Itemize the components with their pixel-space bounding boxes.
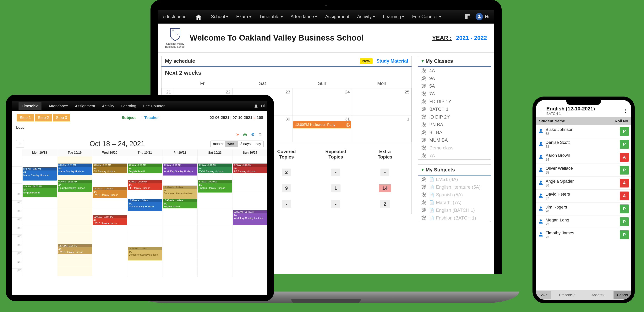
class-list-item[interactable]: 🕸7A <box>418 152 490 159</box>
class-list-item[interactable]: 🕸BL BA <box>418 129 490 136</box>
class-list-item[interactable]: 🕸MUM BA <box>418 136 490 144</box>
student-row[interactable]: Megan Long72 P <box>536 215 631 228</box>
apps-grid-icon[interactable] <box>465 14 470 19</box>
collapse-icon[interactable]: ▾ <box>422 167 424 172</box>
nav-learning[interactable]: Learning <box>383 14 404 19</box>
attendance-badge[interactable]: P <box>620 217 629 226</box>
class-list-item[interactable]: 🕸9A <box>418 75 490 82</box>
student-row[interactable]: Oliver Wallace55 P <box>536 164 631 177</box>
home-icon[interactable] <box>195 14 202 20</box>
attendance-badge[interactable]: P <box>620 127 629 136</box>
view-btn-month[interactable]: month <box>211 141 225 147</box>
year-selector[interactable]: YEAR : 2021 - 2022 <box>432 35 487 41</box>
attendance-badge[interactable]: P <box>620 204 629 213</box>
calendar-event[interactable]: 12:00PM Halloween Party ⓘ › <box>293 121 351 128</box>
attendance-badge[interactable]: A <box>620 179 629 187</box>
timetable-day-grid[interactable]: 8:25 AM - 9:25 AM4AWork Exp Stanley Huds… <box>162 156 197 276</box>
send-icon[interactable]: ➤ <box>236 132 240 137</box>
nav-activity[interactable]: Activity <box>102 104 114 108</box>
nav-attendance[interactable]: Attendance <box>290 14 317 19</box>
class-list-item[interactable]: 🕸ID DIP 2Y <box>418 113 490 121</box>
nav-assignment[interactable]: Assignment <box>325 14 349 19</box>
timetable-event[interactable]: 8:25 AM - 9:25 AM4AMaths Stanley Hudson <box>58 164 92 175</box>
timetable-day-grid[interactable]: 8:45 AM - 9:45 AM4AMaths Stanley Hudson9… <box>22 156 57 276</box>
class-list-item[interactable]: 🕸4A <box>418 67 490 75</box>
attendance-badge[interactable]: P <box>620 230 629 239</box>
subject-link[interactable]: Subject <box>122 115 136 120</box>
study-material-link[interactable]: Study Material <box>376 58 408 64</box>
step-3[interactable]: Step 3 <box>53 114 70 121</box>
step-2[interactable]: Step 2 <box>35 114 52 121</box>
settings-icon[interactable]: ⚙ <box>251 132 255 137</box>
timetable-event[interactable]: 10:40 AM - 10:40 AM4AComputer Stanley Hu… <box>163 186 197 199</box>
user-avatar-icon[interactable] <box>476 13 483 20</box>
timetable-day-grid[interactable]: 8:25 AM - 9:25 AM4AGK Stanley Hudson10:4… <box>92 156 127 276</box>
timetable-event[interactable]: 12:35 PM - 1:35 PM4AComputer Stanley Hud… <box>128 247 162 260</box>
subject-list-item[interactable]: 🕸📄English literature (5A) <box>418 183 490 191</box>
student-row[interactable]: Blake Johnson52 P <box>536 125 631 138</box>
timetable-day-grid[interactable]: 8:25 AM - 9:25 AM4AEnglish Pam B9:30 AM … <box>127 156 162 276</box>
view-btn-day[interactable]: day <box>253 141 263 147</box>
timetable-event[interactable]: 12:35 PM - 1:35 PM4AEVS1 Stanley Hudson <box>58 244 92 254</box>
student-row[interactable]: Denise Scott53 P <box>536 138 631 151</box>
student-row[interactable]: David Peters57 A <box>536 190 631 202</box>
subject-list-item[interactable]: 🕸📄Fashion (BATCH 1) <box>418 214 490 222</box>
timetable-event[interactable]: 10:40 AM - 11:40 AM4AWork Exp Stanley Hu… <box>233 210 267 225</box>
attendance-badge[interactable]: P <box>620 140 629 149</box>
timetable-event[interactable]: 8:25 AM - 9:25 AM4AWork Exp Stanley Huds… <box>163 164 197 175</box>
class-list-item[interactable]: 🕸Demo class <box>418 144 490 152</box>
student-row[interactable]: Timothy James73 P <box>536 228 631 241</box>
view-btn-3days[interactable]: 3 days <box>238 141 253 147</box>
class-list-item[interactable]: 🕸5A <box>418 82 490 90</box>
timetable-event[interactable]: 8:25 AM - 9:25 AM4AGK Stanley Hudson <box>92 164 127 173</box>
timetable-day-grid[interactable]: 8:25 AM - 9:25 AM4AEVS1 Stanley Hudson9:… <box>198 156 232 276</box>
calendar-icon[interactable]: 🗓 <box>258 132 262 137</box>
nav-timetable[interactable]: Timetable <box>18 102 42 110</box>
class-list-item[interactable]: 🕸PN BA <box>418 121 490 129</box>
attendance-badge[interactable]: A <box>620 191 629 200</box>
nav-learning[interactable]: Learning <box>121 104 136 108</box>
subject-list-item[interactable]: 🕸📄English (BATCH 1) <box>418 206 490 214</box>
calendar-cell[interactable]: 25 <box>352 88 412 115</box>
timetable-event[interactable]: 8:45 AM - 9:45 AM4AMaths Stanley Hudson <box>22 167 57 181</box>
nav-attendance[interactable]: Attendance <box>48 104 68 108</box>
cal-next-button[interactable]: › <box>16 140 24 148</box>
attendance-badge[interactable]: P <box>620 166 629 175</box>
nav-exam[interactable]: Exam <box>236 14 252 19</box>
subject-list-item[interactable]: 🕸📄EVS1 (4A) <box>418 175 490 183</box>
timetable-event[interactable]: 9:50 AM - 10:50 AM4AEnglish Pam B <box>22 185 57 197</box>
timetable-event[interactable]: 10:45 AM - 11:45 AM4AEnglish Pam B <box>163 199 197 208</box>
calendar-cell[interactable]: 3112:00PM Halloween Party ⓘ › <box>292 115 352 142</box>
attendance-badge[interactable]: A <box>620 153 629 162</box>
class-list-item[interactable]: 🕸BATCH 1 <box>418 105 490 113</box>
student-row[interactable]: Angela Spader56 A <box>536 177 631 190</box>
timetable-event[interactable]: 8:25 AM - 9:25 AM4AEVS1 Stanley Hudson <box>198 164 232 173</box>
timetable-event[interactable]: 11:05 AM - 12:05 PM4AEVS2 Stanley Hudson <box>92 215 127 225</box>
print-icon[interactable]: 🖶 <box>243 132 247 137</box>
calendar-cell[interactable]: 1 <box>352 115 412 142</box>
timetable-event[interactable]: 10:45 AM - 11:45 AM4AEVS1 Stanley Hudson <box>92 187 127 198</box>
view-btn-week[interactable]: week <box>225 141 238 147</box>
back-icon[interactable]: ← <box>539 108 545 114</box>
step-1[interactable]: Step 1 <box>16 114 34 121</box>
timetable-event[interactable]: 9:30 AM - 10:30 AM4APE Stanley Hudson <box>128 180 162 190</box>
class-list-item[interactable]: 🕸7A <box>418 90 490 98</box>
class-list-item[interactable]: 🕸FD DIP 1Y <box>418 98 490 105</box>
nav-timetable[interactable]: Timetable <box>259 14 283 19</box>
timetable-event[interactable]: 8:25 AM - 9:25 AM4APE Stanley Hudson <box>233 164 267 173</box>
nav-school[interactable]: School <box>211 14 228 19</box>
timetable-event[interactable]: 9:30 AM - 10:30 AM4AEnglish Stanley Huds… <box>58 180 92 192</box>
timetable-event[interactable]: 10:55 AM - 11:55 AM4AMaths Stanley Hudso… <box>128 199 162 211</box>
student-row[interactable]: Aaron Brown54 A <box>536 151 631 164</box>
teacher-link[interactable]: Teacher <box>144 115 159 120</box>
user-icon[interactable] <box>254 104 258 108</box>
timetable-day-grid[interactable]: 8:25 AM - 9:25 AM4APE Stanley Hudson10:4… <box>232 156 268 276</box>
overflow-menu-icon[interactable]: ⋮ <box>623 108 628 114</box>
timetable-event[interactable]: 8:25 AM - 9:25 AM4AEnglish Pam B <box>128 164 162 173</box>
student-list[interactable]: Blake Johnson52 P Denise Scott53 P Aaron… <box>536 125 631 290</box>
cancel-button[interactable]: Cancel <box>614 291 631 299</box>
collapse-icon[interactable]: ▾ <box>422 59 424 64</box>
nav-fee[interactable]: Fee Counter <box>412 14 441 19</box>
subject-list-item[interactable]: 🕸📄Marathi (7A) <box>418 199 490 206</box>
calendar-cell[interactable]: 24 <box>292 88 352 115</box>
